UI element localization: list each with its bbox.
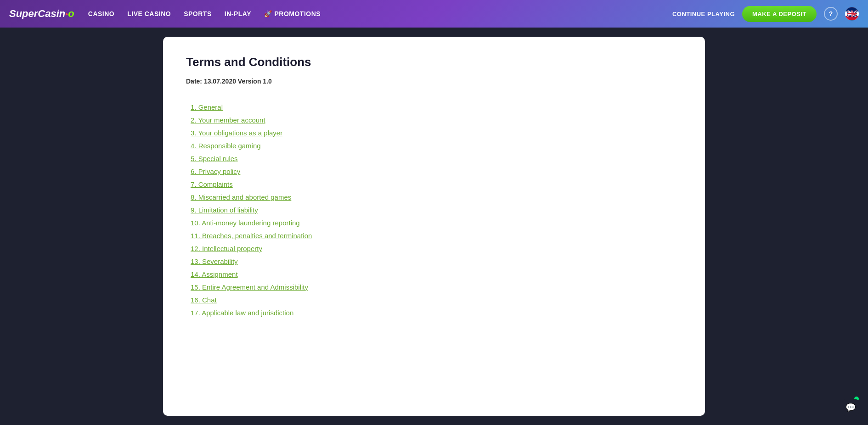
toc-link-12[interactable]: 12. Intellectual property xyxy=(191,245,262,252)
toc-item-12: 12. Intellectual property xyxy=(191,245,682,253)
toc-link-13[interactable]: 13. Severability xyxy=(191,257,238,265)
toc-item-1: 1. General xyxy=(191,103,682,112)
toc-link-15[interactable]: 15. Entire Agreement and Admissibility xyxy=(191,283,308,291)
toc-link-4[interactable]: 4. Responsible gaming xyxy=(191,142,261,150)
toc-link-2[interactable]: 2. Your member account xyxy=(191,116,265,124)
toc-link-1[interactable]: 1. General xyxy=(191,103,223,111)
date-version: Date: 13.07.2020 Version 1.0 xyxy=(186,78,682,85)
toc-item-14: 14. Assignment xyxy=(191,270,682,279)
toc-link-17[interactable]: 17. Applicable law and jurisdiction xyxy=(191,309,293,317)
toc-list: 1. General2. Your member account3. Your … xyxy=(186,103,682,317)
toc-item-5: 5. Special rules xyxy=(191,155,682,163)
toc-link-5[interactable]: 5. Special rules xyxy=(191,155,238,162)
toc-link-11[interactable]: 11. Breaches, penalties and termination xyxy=(191,232,312,240)
nav-live-casino[interactable]: LIVE CASINO xyxy=(127,10,171,17)
chat-icon: 💬 xyxy=(845,403,856,413)
toc-item-6: 6. Privacy policy xyxy=(191,168,682,176)
site-logo[interactable]: SuperCasin●o xyxy=(9,8,74,20)
logo-super-text: SuperCasin xyxy=(9,8,65,20)
toc-item-7: 7. Complaints xyxy=(191,180,682,189)
toc-item-16: 16. Chat xyxy=(191,296,682,304)
chat-widget-button[interactable]: 💬 xyxy=(842,399,859,416)
toc-link-10[interactable]: 10. Anti-money laundering reporting xyxy=(191,219,300,227)
toc-item-3: 3. Your obligations as a player xyxy=(191,129,682,137)
toc-link-7[interactable]: 7. Complaints xyxy=(191,180,233,188)
toc-item-4: 4. Responsible gaming xyxy=(191,142,682,150)
toc-item-2: 2. Your member account xyxy=(191,116,682,124)
nav-promotions[interactable]: 🚀 PROMOTIONS xyxy=(264,10,321,17)
help-icon[interactable]: ? xyxy=(824,7,838,21)
toc-item-11: 11. Breaches, penalties and termination xyxy=(191,232,682,240)
main-nav: CASINO LIVE CASINO SPORTS IN-PLAY 🚀 PROM… xyxy=(88,10,672,17)
logo-casino-text: o xyxy=(68,8,74,20)
toc-link-16[interactable]: 16. Chat xyxy=(191,296,217,304)
toc-item-9: 9. Limitation of liability xyxy=(191,206,682,214)
toc-item-13: 13. Severability xyxy=(191,257,682,266)
toc-link-6[interactable]: 6. Privacy policy xyxy=(191,168,240,175)
continue-playing-link[interactable]: CONTINUE PLAYING xyxy=(672,11,735,17)
toc-link-9[interactable]: 9. Limitation of liability xyxy=(191,206,258,214)
site-header: SuperCasin●o CASINO LIVE CASINO SPORTS I… xyxy=(0,0,868,28)
toc-link-3[interactable]: 3. Your obligations as a player xyxy=(191,129,282,137)
make-deposit-button[interactable]: MAKE A DEPOSIT xyxy=(742,6,817,22)
toc-item-17: 17. Applicable law and jurisdiction xyxy=(191,309,682,317)
toc-item-15: 15. Entire Agreement and Admissibility xyxy=(191,283,682,291)
rocket-icon: 🚀 xyxy=(264,10,272,17)
page-title: Terms and Conditions xyxy=(186,55,682,69)
nav-in-play[interactable]: IN-PLAY xyxy=(225,10,251,17)
toc-link-8[interactable]: 8. Miscarried and aborted games xyxy=(191,193,291,201)
page-wrapper: Terms and Conditions Date: 13.07.2020 Ve… xyxy=(0,28,868,425)
language-selector[interactable]: 🇬🇧 xyxy=(845,7,859,21)
toc-link-14[interactable]: 14. Assignment xyxy=(191,270,238,278)
toc-item-8: 8. Miscarried and aborted games xyxy=(191,193,682,201)
toc-item-10: 10. Anti-money laundering reporting xyxy=(191,219,682,227)
nav-casino[interactable]: CASINO xyxy=(88,10,114,17)
header-actions: CONTINUE PLAYING MAKE A DEPOSIT ? 🇬🇧 xyxy=(672,6,859,22)
nav-sports[interactable]: SPORTS xyxy=(184,10,212,17)
content-card: Terms and Conditions Date: 13.07.2020 Ve… xyxy=(163,37,705,416)
